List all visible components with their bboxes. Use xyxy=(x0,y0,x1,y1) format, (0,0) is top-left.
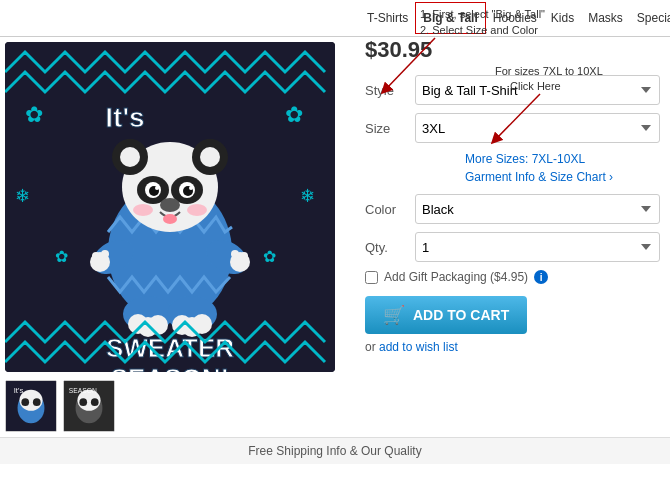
product-image-section: ✿ ✿ ❄ ❄ It's xyxy=(0,37,355,437)
footer-text: Free Shipping Info & Our Quality xyxy=(248,444,421,458)
svg-point-59 xyxy=(79,398,87,406)
thumbnail-2[interactable]: SEASON xyxy=(63,380,115,432)
color-row: Color Black Navy Dark Green Red xyxy=(365,194,660,224)
svg-point-42 xyxy=(148,315,168,335)
svg-point-26 xyxy=(160,198,180,212)
wish-list-text: or xyxy=(365,340,379,354)
svg-text:✿: ✿ xyxy=(263,248,276,265)
gift-info-icon[interactable]: i xyxy=(534,270,548,284)
add-to-cart-label: ADD TO CART xyxy=(413,307,509,323)
cart-icon: 🛒 xyxy=(383,304,405,326)
style-select[interactable]: Big & Tall T-Shirt Big & Tall Long Sleev… xyxy=(415,75,660,105)
qty-select[interactable]: 1 2 3 4 5 xyxy=(415,232,660,262)
thumbnail-1[interactable]: It's xyxy=(5,380,57,432)
style-label: Style xyxy=(365,83,415,98)
svg-text:❄: ❄ xyxy=(300,186,315,206)
style-row: Style Big & Tall T-Shirt Big & Tall Long… xyxy=(365,75,660,105)
garment-info-link[interactable]: Garment Info & Size Chart › xyxy=(465,170,613,184)
qty-row: Qty. 1 2 3 4 5 xyxy=(365,232,660,262)
nav-tab-hoodies[interactable]: Hoodies xyxy=(486,3,544,33)
nav-tab-kids[interactable]: Kids xyxy=(544,3,581,33)
nav-bar: T-Shirts Big & Tall Hoodies Kids Masks S… xyxy=(0,0,670,37)
svg-point-17 xyxy=(200,147,220,167)
svg-point-24 xyxy=(155,186,159,190)
svg-point-37 xyxy=(231,250,239,258)
svg-point-36 xyxy=(240,252,248,260)
thumbnail-row: It's SEASON xyxy=(5,380,350,432)
more-sizes-link[interactable]: More Sizes: 7XL-10XL xyxy=(465,152,585,166)
svg-point-53 xyxy=(21,398,29,406)
footer-bar: Free Shipping Info & Our Quality xyxy=(0,437,670,464)
gift-packaging-row: Add Gift Packaging ($4.95) i xyxy=(365,270,660,284)
svg-text:SEASON: SEASON xyxy=(69,387,97,394)
nav-items: T-Shirts Big & Tall Hoodies Kids Masks S… xyxy=(355,0,670,36)
svg-text:✿: ✿ xyxy=(25,102,43,127)
main-content: ✿ ✿ ❄ ❄ It's xyxy=(0,37,670,437)
svg-point-33 xyxy=(92,252,100,260)
svg-text:SEASON!: SEASON! xyxy=(111,363,229,372)
svg-point-27 xyxy=(133,204,153,216)
svg-point-54 xyxy=(33,398,41,406)
nav-tab-specialty[interactable]: Specialty xyxy=(630,3,670,33)
product-price: $30.95 xyxy=(365,37,660,63)
svg-point-28 xyxy=(187,204,207,216)
color-select[interactable]: Black Navy Dark Green Red xyxy=(415,194,660,224)
size-row: Size 2XL 3XL 4XL 5XL 6XL xyxy=(365,113,660,143)
color-label: Color xyxy=(365,202,415,217)
qty-label: Qty. xyxy=(365,240,415,255)
svg-text:❄: ❄ xyxy=(15,186,30,206)
product-details: $30.95 Style Big & Tall T-Shirt Big & Ta… xyxy=(355,37,670,437)
svg-point-16 xyxy=(120,147,140,167)
nav-tab-tshirts[interactable]: T-Shirts xyxy=(360,3,415,33)
nav-spacer xyxy=(0,0,355,36)
svg-text:It's: It's xyxy=(105,102,144,133)
wish-list-link[interactable]: add to wish list xyxy=(379,340,458,354)
size-select[interactable]: 2XL 3XL 4XL 5XL 6XL xyxy=(415,113,660,143)
gift-packaging-label: Add Gift Packaging ($4.95) xyxy=(384,270,528,284)
svg-text:✿: ✿ xyxy=(55,248,68,265)
nav-tab-bigtall[interactable]: Big & Tall xyxy=(415,2,485,34)
svg-point-60 xyxy=(91,398,99,406)
gift-packaging-checkbox[interactable] xyxy=(365,271,378,284)
size-label: Size xyxy=(365,121,415,136)
svg-point-29 xyxy=(163,214,177,224)
svg-point-25 xyxy=(189,186,193,190)
svg-point-34 xyxy=(101,250,109,258)
add-to-cart-button[interactable]: 🛒 ADD TO CART xyxy=(365,296,527,334)
nav-tab-masks[interactable]: Masks xyxy=(581,3,630,33)
svg-text:It's: It's xyxy=(14,386,24,395)
product-main-image: ✿ ✿ ❄ ❄ It's xyxy=(5,42,335,372)
svg-text:✿: ✿ xyxy=(285,102,303,127)
wish-list-row: or add to wish list xyxy=(365,340,660,354)
